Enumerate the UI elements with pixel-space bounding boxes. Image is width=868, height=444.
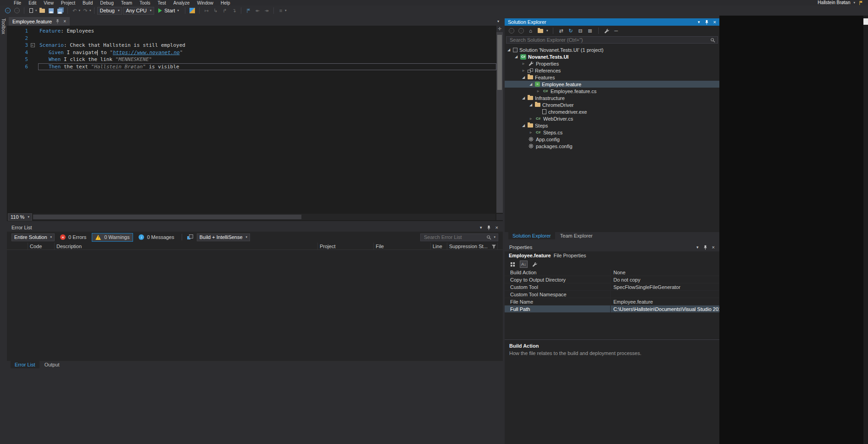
column-file[interactable]: File [374,243,431,250]
errors-filter-button[interactable]: ×0 Errors [57,233,89,242]
forward-icon[interactable]: → [517,28,524,34]
column-description[interactable]: Description [55,243,318,250]
show-next-statement-icon[interactable]: ↦ [202,7,211,14]
bookmark-icon[interactable] [244,7,252,14]
editor-line-6[interactable]: 6 Then the text "Hallstein Brøtan" is vi… [7,63,496,71]
tree-item-infrastructure[interactable]: ◢Infrastructure [505,94,719,101]
toolbar-overflow-icon[interactable]: ≡ [277,7,285,14]
filter-funnel-icon[interactable] [491,243,496,249]
errorlist-scope-select[interactable]: Entire Solution▾ [11,233,55,241]
performance-profiler-icon[interactable] [188,7,196,14]
collapse-icon[interactable]: ◢ [521,75,526,79]
undo-icon[interactable]: ↶ [71,7,79,14]
tree-item-employee-feature[interactable]: ◢»Employee.feature [505,81,719,88]
properties-object-selector[interactable]: Employee.feature File Properties [505,251,719,260]
refresh-icon[interactable]: ↻ [568,28,574,34]
tree-item-features[interactable]: ◢Features [505,74,719,81]
solution-platform-select[interactable]: Any CPU▾ [123,7,154,15]
tree-item-webdriver-cs[interactable]: ▹C#WebDriver.cs [505,115,719,122]
tree-item-novanet-tests-ui[interactable]: ◢C#Novanet.Tests.UI [505,53,719,60]
tree-item-solution-novanet-tests-ui-1-project[interactable]: ◢Solution 'Novanet.Tests.UI' (1 project) [505,46,719,53]
property-row-custom-tool[interactable]: Custom ToolSpecFlowSingleFileGenerator [505,283,719,291]
tree-item-packages-config[interactable]: packages.config [505,143,719,150]
expand-icon[interactable]: ▹ [521,68,526,72]
column-project[interactable]: Project [318,243,374,250]
save-icon[interactable] [47,7,56,14]
clear-filters-icon[interactable] [186,233,195,241]
search-icon[interactable] [486,234,491,240]
editor-split-handle[interactable]: ✛ [496,26,503,32]
toolbox-tab[interactable]: Toolbox [1,18,6,34]
solution-configuration-select[interactable]: Debug▾ [97,7,122,15]
window-position-icon[interactable]: ▾ [480,225,482,230]
pin-icon[interactable] [704,19,709,24]
navigate-forward-icon[interactable]: → [13,7,21,14]
show-all-files-icon[interactable]: ⊞ [587,28,594,34]
collapse-icon[interactable]: ◢ [521,123,526,128]
menu-test[interactable]: Test [154,0,170,6]
tree-item-steps-cs[interactable]: ▹C#Steps.cs [505,129,719,136]
fold-collapse-icon[interactable]: − [31,43,35,47]
menu-build[interactable]: Build [79,0,96,6]
collapse-icon[interactable]: ◢ [529,82,533,86]
vertical-scrollbar-thumb[interactable] [497,35,502,90]
expand-icon[interactable]: ▹ [529,117,533,121]
menu-team[interactable]: Team [117,0,136,6]
zoom-select[interactable]: 110 %▾ [8,213,32,221]
open-file-icon[interactable] [38,7,46,14]
editor-line-3[interactable]: 3−Scenario: Check that Hallstein is stil… [7,42,496,49]
errorlist-source-select[interactable]: Build + IntelliSense▾ [197,233,250,241]
autohide-tab[interactable] [863,18,868,25]
editor-line-1[interactable]: 1Feature: Employees [7,28,496,35]
column-suppression-st[interactable]: Suppression St... [447,243,498,250]
new-file-icon[interactable] [27,7,35,14]
tab-team-explorer[interactable]: Team Explorer [556,232,597,239]
switch-views-icon[interactable] [537,28,544,34]
back-icon[interactable]: ← [508,28,515,34]
warnings-filter-button[interactable]: !0 Warnings [92,233,133,242]
editor-line-2[interactable]: 2 [7,35,496,42]
messages-filter-button[interactable]: i0 Messages [135,233,177,242]
code-editor[interactable]: 1Feature: Employees23−Scenario: Check th… [7,26,503,213]
tab-error-list[interactable]: Error List [11,361,39,368]
tree-item-properties[interactable]: ▹Properties [505,60,719,67]
menu-debug[interactable]: Debug [96,0,117,6]
tree-item-app-config[interactable]: App.config [505,136,719,143]
start-debugging-button[interactable]: Start ▾ [155,6,182,15]
document-list-dropdown-icon[interactable]: ▾ [497,19,499,23]
column-line[interactable]: Line [431,243,447,250]
redo-icon[interactable]: ↷ [81,7,89,14]
property-row-build-action[interactable]: Build ActionNone [505,269,719,276]
window-position-icon[interactable]: ▾ [698,20,700,24]
home-icon[interactable]: ⌂ [527,28,534,34]
preview-selected-items-icon[interactable]: ─ [613,28,620,34]
column-severity[interactable] [12,243,28,250]
new-file-dropdown-icon[interactable]: ▾ [35,9,37,12]
properties-icon[interactable] [603,28,610,34]
menu-edit[interactable]: Edit [25,0,40,6]
solution-search-input[interactable] [509,37,710,43]
property-row-file-name[interactable]: File NameEmployee.feature [505,298,719,305]
sync-with-active-document-icon[interactable]: ⇄ [558,28,565,34]
expand-icon[interactable]: ▹ [529,130,533,134]
navigate-back-icon[interactable]: ← [4,7,12,14]
signed-in-user[interactable]: Hallstein Brøtan [818,0,850,5]
document-tab-employee-feature[interactable]: Employee.feature × [9,17,70,26]
property-pages-icon[interactable] [531,261,539,268]
property-row-copy-to-output-directory[interactable]: Copy to Output DirectoryDo not copy [505,276,719,283]
editor-vertical-scrollbar[interactable]: ✛ [496,26,503,213]
notification-flag-icon[interactable] [858,0,863,6]
step-into-icon[interactable]: ↳ [211,7,220,14]
editor-line-5[interactable]: 5 When I click the link "MENNESKENE" [7,56,496,63]
next-bookmark-icon[interactable]: ↠ [262,7,271,14]
save-all-icon[interactable] [56,7,65,14]
collapse-icon[interactable]: ◢ [529,103,533,107]
alphabetical-sort-icon[interactable]: A↓ [520,261,528,268]
keep-open-icon[interactable] [55,19,60,24]
collapse-all-icon[interactable]: ⊟ [577,28,584,34]
menu-help[interactable]: Help [217,0,234,6]
menu-view[interactable]: View [40,0,57,6]
menu-window[interactable]: Window [193,0,217,6]
tab-output[interactable]: Output [40,361,64,368]
dock-splitter[interactable] [505,239,719,243]
